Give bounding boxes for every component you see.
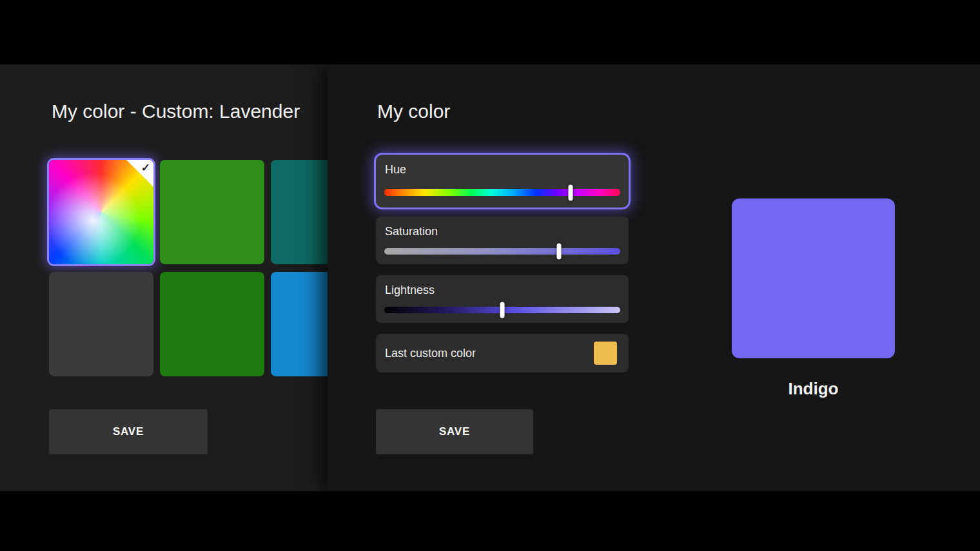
checkmark-icon: ✓ <box>141 161 150 175</box>
right-panel-title: My color <box>377 101 450 122</box>
hue-slider-thumb[interactable] <box>569 184 573 200</box>
last-custom-color-swatch[interactable] <box>594 342 617 365</box>
last-custom-color-label: Last custom color <box>385 347 476 360</box>
lightness-slider-thumb[interactable] <box>500 302 505 318</box>
custom-color-panel: My color Hue Saturation Lightness Last c… <box>328 64 980 491</box>
save-button-left[interactable]: SAVE <box>49 409 208 454</box>
saturation-slider-thumb[interactable] <box>556 244 561 260</box>
hue-slider-track[interactable] <box>384 189 620 196</box>
color-preview-name: Indigo <box>732 379 895 399</box>
swatch-custom-spectrum[interactable]: ✓ <box>49 160 153 264</box>
lightness-slider-group[interactable]: Lightness <box>376 275 629 323</box>
last-custom-color-row[interactable]: Last custom color <box>376 334 629 372</box>
color-settings-screen: My color - Custom: Lavender ✓ SAVE My co… <box>0 0 980 551</box>
swatch-green[interactable] <box>160 160 264 264</box>
save-button[interactable]: SAVE <box>376 409 533 454</box>
left-panel-title: My color - Custom: Lavender <box>52 101 300 122</box>
lightness-label: Lightness <box>385 284 435 297</box>
swatch-teal[interactable] <box>271 160 328 264</box>
preset-color-panel: My color - Custom: Lavender ✓ SAVE <box>0 64 328 491</box>
color-preview-square <box>732 198 895 358</box>
lightness-slider-track[interactable] <box>384 307 620 313</box>
swatch-dark-gray[interactable] <box>49 272 153 376</box>
swatch-blue[interactable] <box>271 272 328 376</box>
saturation-slider-track[interactable] <box>384 248 620 255</box>
saturation-slider-group[interactable]: Saturation <box>376 217 629 264</box>
saturation-label: Saturation <box>385 225 438 238</box>
hue-slider-group[interactable]: Hue <box>376 155 629 208</box>
hue-label: Hue <box>385 163 406 177</box>
swatch-dark-green[interactable] <box>160 272 264 376</box>
